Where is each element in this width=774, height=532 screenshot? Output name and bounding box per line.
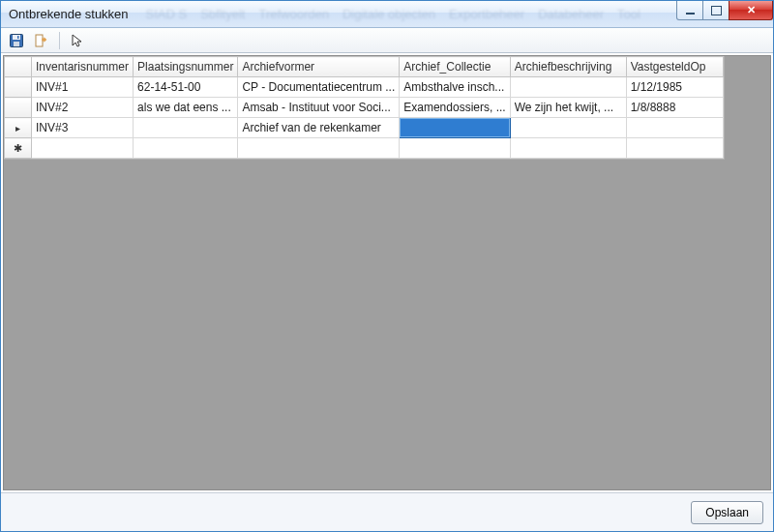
cell-av[interactable]: Amsab - Instituut voor Soci... (238, 98, 400, 118)
cell-ac[interactable]: Ambsthalve insch... (400, 77, 510, 98)
cell-inv[interactable]: INV#2 (32, 98, 134, 118)
titlebar[interactable]: Ontbrekende stukken SIAD S Sbfltyelt Tre… (1, 1, 773, 28)
cell-ab[interactable] (510, 118, 626, 138)
cell-vo[interactable]: 1/12/1985 (626, 77, 723, 98)
column-header-archiefvormer[interactable]: Archiefvormer (238, 57, 400, 77)
svg-rect-2 (14, 42, 19, 46)
data-grid[interactable]: Inventarisnummer Plaatsingsnummer Archie… (4, 56, 725, 160)
cell-pl[interactable]: als we dat eens ... (134, 98, 238, 118)
row-header[interactable] (5, 77, 32, 98)
export-icon[interactable] (32, 31, 51, 50)
window-controls (677, 1, 773, 20)
row-header[interactable]: ✱ (5, 138, 32, 159)
column-header-plaatsingsnummer[interactable]: Plaatsingsnummer (134, 57, 238, 77)
footer: Opslaan (1, 492, 773, 531)
column-header-inventarisnummer[interactable]: Inventarisnummer (32, 57, 134, 77)
cell-av[interactable]: CP - Documentatiecentrum ... (238, 77, 400, 98)
toolbar (1, 28, 773, 53)
cell-av[interactable]: Archief van de rekenkamer (238, 118, 400, 138)
cell-ab[interactable]: We zijn het kwijt, ... (510, 98, 626, 118)
row-header[interactable]: ▸ (5, 118, 32, 138)
column-header-archiefbeschrijving[interactable]: Archiefbeschrijving (510, 57, 626, 77)
cell-av[interactable] (238, 138, 400, 159)
svg-rect-1 (13, 35, 20, 40)
grid-corner[interactable] (5, 57, 32, 77)
cell-pl[interactable] (134, 118, 238, 138)
table-row[interactable]: INV#2als we dat eens ...Amsab - Instituu… (5, 98, 724, 118)
minimize-button[interactable] (676, 1, 703, 20)
window-title: Ontbrekende stukken (9, 7, 129, 21)
cell-inv[interactable]: INV#1 (32, 77, 134, 98)
app-window: Ontbrekende stukken SIAD S Sbfltyelt Tre… (0, 0, 774, 532)
save-button[interactable]: Opslaan (691, 501, 763, 524)
cell-vo[interactable] (626, 118, 723, 138)
row-header[interactable] (5, 98, 32, 118)
toolbar-separator (59, 32, 60, 49)
content-area: Inventarisnummer Plaatsingsnummer Archie… (3, 55, 771, 490)
save-icon[interactable] (7, 31, 26, 50)
table-row[interactable]: ✱ (5, 138, 724, 159)
cell-vo[interactable]: 1/8/8888 (626, 98, 723, 118)
close-button[interactable] (729, 1, 773, 20)
background-menu: SIAD S Sbfltyelt Trefwoorden Digitale ob… (146, 7, 640, 21)
cell-vo[interactable] (626, 138, 723, 159)
cell-inv[interactable] (32, 138, 134, 159)
cell-pl[interactable] (134, 138, 238, 159)
svg-rect-4 (36, 35, 43, 46)
table-row[interactable]: ▸INV#3Archief van de rekenkamer (5, 118, 724, 138)
cell-ac[interactable] (400, 118, 510, 138)
cell-ac[interactable]: Examendossiers, ... (400, 98, 510, 118)
column-header-vastgesteldop[interactable]: VastgesteldOp (626, 57, 723, 77)
cell-ab[interactable] (510, 138, 626, 159)
cell-pl[interactable]: 62-14-51-00 (134, 77, 238, 98)
svg-rect-3 (17, 36, 19, 39)
pointer-icon[interactable] (68, 31, 87, 50)
maximize-button[interactable] (702, 1, 729, 20)
column-header-archief-collectie[interactable]: Archief_Collectie (400, 57, 510, 77)
table-row[interactable]: INV#162-14-51-00CP - Documentatiecentrum… (5, 77, 724, 98)
cell-ac[interactable] (400, 138, 510, 159)
cell-inv[interactable]: INV#3 (32, 118, 134, 138)
cell-ab[interactable] (510, 77, 626, 98)
